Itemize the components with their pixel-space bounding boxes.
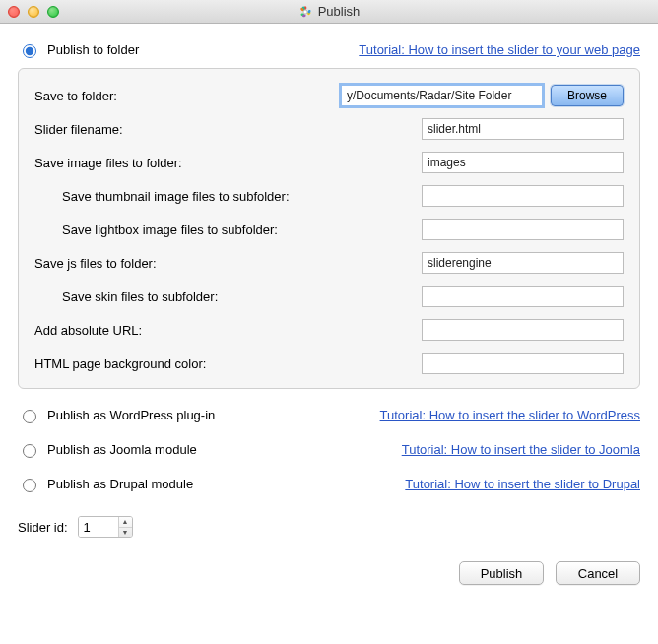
input-save-folder[interactable]: [341, 85, 543, 106]
svg-point-7: [299, 7, 304, 11]
minimize-icon[interactable]: [28, 6, 39, 18]
cancel-button[interactable]: Cancel: [556, 561, 640, 585]
radio-publish-joomla-label: Publish as Joomla module: [47, 442, 197, 457]
slider-id-input[interactable]: [79, 517, 118, 537]
close-icon[interactable]: [8, 6, 20, 18]
option-drupal-row: Publish as Drupal module Tutorial: How t…: [18, 476, 640, 492]
svg-point-1: [303, 6, 306, 10]
svg-point-2: [306, 11, 311, 15]
app-icon: [298, 5, 312, 19]
stepper-up-icon[interactable]: ▲: [119, 517, 132, 528]
option-folder-row: Publish to folder Tutorial: How to inser…: [18, 41, 640, 58]
radio-publish-drupal[interactable]: Publish as Drupal module: [18, 476, 193, 492]
svg-point-5: [307, 9, 311, 13]
radio-publish-folder-label: Publish to folder: [47, 42, 139, 57]
radio-publish-wordpress-label: Publish as WordPress plug-in: [47, 408, 215, 422]
input-js-folder[interactable]: [422, 252, 624, 274]
tutorial-link-joomla[interactable]: Tutorial: How to insert the slider to Jo…: [402, 442, 640, 457]
label-absolute-url: Add absolute URL:: [34, 323, 422, 338]
dialog-footer: Publish Cancel: [0, 547, 658, 603]
radio-publish-drupal-input[interactable]: [23, 479, 36, 492]
label-bg-color: HTML page background color:: [34, 356, 422, 371]
label-skin-subfolder: Save skin files to subfolder:: [34, 290, 422, 304]
svg-point-4: [301, 6, 305, 10]
label-save-folder: Save to folder:: [34, 89, 341, 103]
slider-id-stepper[interactable]: ▲ ▼: [78, 516, 133, 538]
window-title: Publish: [318, 4, 361, 19]
label-lightbox-subfolder: Save lightbox image files to subfolder:: [34, 223, 422, 237]
radio-publish-drupal-label: Publish as Drupal module: [47, 477, 193, 491]
label-js-folder: Save js files to folder:: [34, 256, 422, 271]
input-thumb-subfolder[interactable]: [422, 185, 624, 207]
option-wordpress-row: Publish as WordPress plug-in Tutorial: H…: [18, 407, 640, 423]
radio-publish-wordpress-input[interactable]: [23, 410, 36, 423]
tutorial-link-folder[interactable]: Tutorial: How to insert the slider to yo…: [359, 42, 640, 57]
input-lightbox-subfolder[interactable]: [422, 219, 624, 240]
input-image-folder[interactable]: [422, 152, 624, 173]
radio-publish-joomla-input[interactable]: [23, 444, 36, 458]
zoom-icon[interactable]: [47, 6, 59, 18]
slider-id-row: Slider id: ▲ ▼: [18, 516, 640, 538]
radio-publish-joomla[interactable]: Publish as Joomla module: [18, 441, 197, 458]
radio-publish-folder-input[interactable]: [23, 44, 36, 58]
input-slider-filename[interactable]: [422, 118, 624, 140]
label-thumb-subfolder: Save thumbnail image files to subfolder:: [34, 189, 422, 204]
option-joomla-row: Publish as Joomla module Tutorial: How t…: [18, 441, 640, 458]
publish-button[interactable]: Publish: [459, 561, 544, 585]
input-skin-subfolder[interactable]: [422, 286, 624, 307]
svg-point-0: [303, 10, 307, 14]
label-slider-filename: Slider filename:: [34, 122, 422, 137]
folder-settings-panel: Save to folder: Browse Slider filename: …: [18, 68, 640, 389]
radio-publish-wordpress[interactable]: Publish as WordPress plug-in: [18, 407, 215, 423]
svg-point-6: [301, 14, 305, 18]
input-bg-color[interactable]: [422, 353, 624, 374]
titlebar: Publish: [0, 0, 658, 24]
browse-button[interactable]: Browse: [551, 85, 624, 106]
svg-point-3: [300, 13, 304, 17]
input-absolute-url[interactable]: [422, 319, 624, 341]
tutorial-link-drupal[interactable]: Tutorial: How to insert the slider to Dr…: [405, 477, 640, 491]
radio-publish-folder[interactable]: Publish to folder: [18, 41, 139, 58]
label-image-folder: Save image files to folder:: [34, 156, 422, 170]
tutorial-link-wordpress[interactable]: Tutorial: How to insert the slider to Wo…: [380, 408, 640, 422]
window-controls: [8, 6, 59, 18]
stepper-down-icon[interactable]: ▼: [119, 528, 132, 538]
slider-id-label: Slider id:: [18, 520, 68, 535]
